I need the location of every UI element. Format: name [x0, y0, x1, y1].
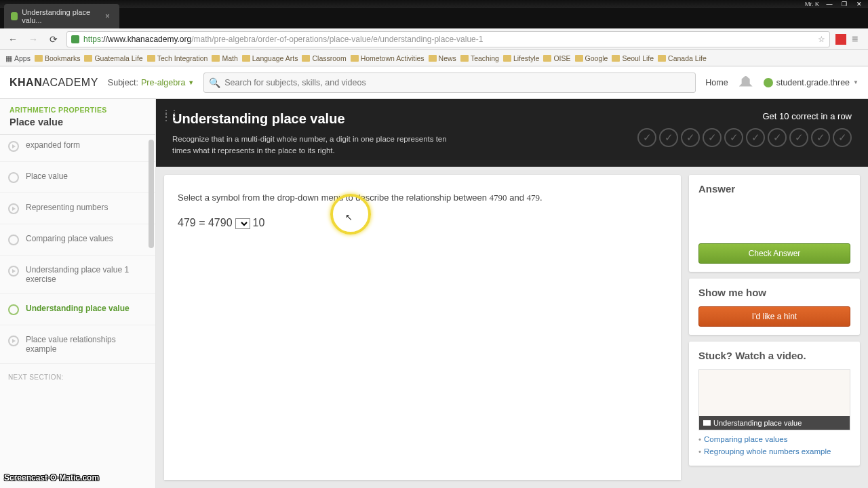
- watermark: Screencast-O-Matic.com: [4, 473, 99, 483]
- browser-menu-icon[interactable]: ≡: [852, 33, 863, 45]
- sidebar-item-active[interactable]: Understanding place value: [0, 294, 155, 325]
- bookmark-folder[interactable]: Language Arts: [242, 54, 298, 62]
- user-menu[interactable]: student.grade.three ▼: [764, 78, 859, 87]
- bookmark-folder[interactable]: Canada Life: [658, 54, 707, 62]
- operator-dropdown[interactable]: [235, 218, 250, 229]
- check-icon: ✓: [637, 128, 656, 147]
- play-icon: [8, 266, 19, 277]
- bookmark-folder[interactable]: Bookmarks: [35, 54, 81, 62]
- favicon-icon: [11, 12, 18, 20]
- related-link[interactable]: •Comparing place values: [698, 433, 850, 445]
- browser-tab-strip: Understanding place valu... ×: [0, 8, 868, 28]
- sidebar-section-title: Place value: [0, 114, 155, 135]
- sidebar-item[interactable]: Comparing place values: [0, 224, 155, 256]
- os-user: Mr. K: [805, 1, 819, 7]
- bookmark-folder[interactable]: News: [429, 54, 456, 62]
- main-area: ARITHMETIC PROPERTIES Place value expand…: [0, 99, 868, 488]
- home-link[interactable]: Home: [705, 78, 728, 87]
- bookmark-star-icon[interactable]: ☆: [818, 35, 825, 44]
- video-icon: [703, 420, 711, 426]
- sidebar-item[interactable]: Representing numbers: [0, 193, 155, 224]
- avatar-icon: [764, 78, 773, 87]
- address-bar[interactable]: https ://www.khanacademy.org /math/pre-a…: [66, 31, 830, 47]
- forward-icon[interactable]: →: [26, 34, 41, 45]
- bookmark-folder[interactable]: Lifestyle: [503, 54, 540, 62]
- tab-close-icon[interactable]: ×: [105, 12, 110, 21]
- star-icon: [8, 172, 19, 183]
- close-icon[interactable]: ✕: [854, 1, 864, 7]
- hint-button[interactable]: I'd like a hint: [698, 306, 850, 327]
- bookmark-folder[interactable]: Seoul Life: [612, 54, 654, 62]
- hint-card: Show me how I'd like a hint: [689, 279, 860, 335]
- khan-logo[interactable]: KHANACADEMY: [9, 77, 98, 89]
- answer-card: Answer Check Answer: [689, 175, 860, 272]
- question-text: Select a symbol from the drop-down menu …: [178, 191, 667, 205]
- site-header: KHANACADEMY Subject: Pre-algebra ▼ 🔍 Hom…: [0, 66, 868, 99]
- exercise-header: ⋮⋮⋮⋮ Understanding place value Recognize…: [156, 99, 868, 167]
- drag-handle-icon[interactable]: ⋮⋮⋮⋮: [161, 111, 178, 119]
- bookmark-folder[interactable]: Math: [212, 54, 237, 62]
- streak-label: Get 10 correct in a row: [637, 111, 852, 121]
- breadcrumb[interactable]: ARITHMETIC PROPERTIES: [0, 99, 155, 114]
- bookmark-folder[interactable]: Classroom: [302, 54, 346, 62]
- content: ⋮⋮⋮⋮ Understanding place value Recognize…: [156, 99, 868, 488]
- reload-icon[interactable]: ⟳: [46, 34, 61, 45]
- check-answer-button[interactable]: Check Answer: [698, 243, 850, 264]
- equation: 479 = 4790 10: [178, 217, 667, 229]
- tab-title: Understanding place valu...: [22, 8, 98, 24]
- play-icon: [8, 141, 19, 152]
- maximize-icon[interactable]: ❐: [840, 1, 849, 7]
- browser-tab[interactable]: Understanding place valu... ×: [4, 4, 119, 28]
- back-icon[interactable]: ←: [5, 34, 20, 45]
- bookmark-folder[interactable]: Tech Integration: [147, 54, 208, 62]
- url-path: /math/pre-algebra/order-of-operations/pl…: [191, 35, 483, 44]
- chevron-down-icon: ▼: [853, 79, 859, 85]
- url-proto: https: [83, 35, 101, 44]
- subject-dropdown[interactable]: Subject: Pre-algebra ▼: [108, 78, 194, 87]
- streak-circles: ✓✓✓✓✓✓✓✓✓✓: [637, 128, 852, 147]
- bookmarks-bar: ▦ Apps Bookmarks Guatemala Life Tech Int…: [0, 50, 868, 66]
- lock-icon: [71, 35, 79, 43]
- sidebar-item[interactable]: expanded form: [0, 135, 155, 162]
- related-link[interactable]: •Regrouping whole numbers example: [698, 445, 850, 458]
- sidebar-item[interactable]: Place value relationships example: [0, 325, 155, 364]
- bookmark-folder[interactable]: OISE: [543, 54, 570, 62]
- apps-button[interactable]: ▦ Apps: [5, 54, 31, 62]
- play-icon: [8, 203, 19, 214]
- bookmark-folder[interactable]: Guatemala Life: [84, 54, 142, 62]
- bookmark-folder[interactable]: Google: [575, 54, 608, 62]
- star-icon: [8, 304, 19, 315]
- url-host: ://www.khanacademy.org: [101, 35, 191, 44]
- sidebar-item[interactable]: Place value: [0, 162, 155, 193]
- related-links: •Comparing place values •Regrouping whol…: [698, 430, 850, 458]
- search-icon: 🔍: [209, 77, 220, 88]
- bell-icon[interactable]: [739, 76, 753, 89]
- scrollbar[interactable]: [149, 140, 154, 248]
- video-heading: Stuck? Watch a video.: [698, 350, 850, 361]
- sidebar: ARITHMETIC PROPERTIES Place value expand…: [0, 99, 156, 488]
- cursor-icon: ↖: [345, 212, 353, 222]
- search-input[interactable]: [203, 73, 696, 93]
- minimize-icon[interactable]: —: [825, 1, 834, 7]
- os-titlebar: Mr. K — ❐ ✕: [0, 0, 868, 8]
- sidebar-item[interactable]: Understanding place value 1 exercise: [0, 256, 155, 294]
- streak-panel: Get 10 correct in a row ✓✓✓✓✓✓✓✓✓✓: [637, 111, 852, 157]
- star-icon: [8, 235, 19, 245]
- page-title: Understanding place value: [172, 111, 457, 127]
- play-icon: [8, 336, 19, 346]
- bookmark-folder[interactable]: Hometown Activities: [351, 54, 425, 62]
- site-search: 🔍: [203, 73, 696, 93]
- exercise-body: Select a symbol from the drop-down menu …: [156, 167, 868, 489]
- problem-panel: Select a symbol from the drop-down menu …: [164, 175, 681, 481]
- video-card: Stuck? Watch a video. Understanding plac…: [689, 342, 860, 466]
- browser-toolbar: ← → ⟳ https ://www.khanacademy.org /math…: [0, 28, 868, 50]
- video-thumbnail[interactable]: Understanding place value: [698, 369, 850, 430]
- chevron-down-icon: ▼: [188, 79, 194, 86]
- page-subtitle: Recognize that in a multi-digit whole nu…: [172, 134, 457, 157]
- adblock-icon[interactable]: [835, 34, 846, 45]
- folder-icon: [35, 55, 43, 62]
- bookmark-folder[interactable]: Teaching: [460, 54, 499, 62]
- hint-heading: Show me how: [698, 287, 850, 298]
- right-rail: Answer Check Answer Show me how I'd like…: [689, 175, 860, 481]
- answer-heading: Answer: [698, 183, 850, 195]
